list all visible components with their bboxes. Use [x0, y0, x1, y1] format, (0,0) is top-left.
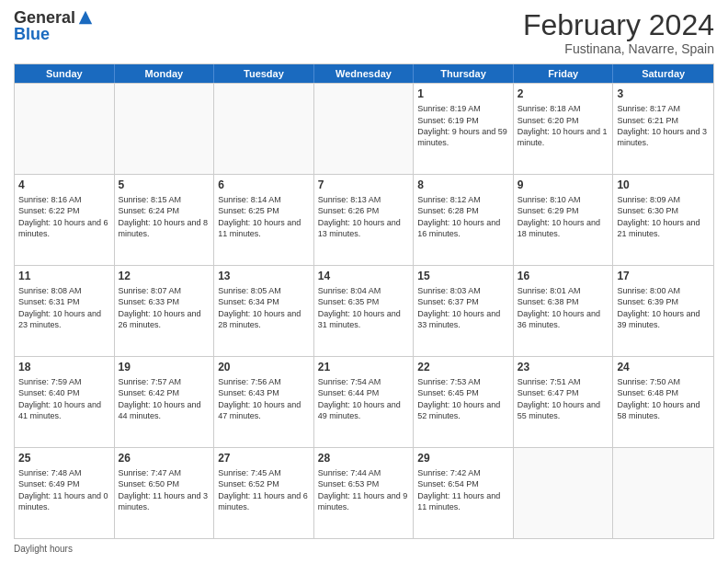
calendar-header-day: Tuesday — [214, 64, 314, 83]
calendar-cell: 12Sunrise: 8:07 AMSunset: 6:33 PMDayligh… — [115, 266, 215, 356]
calendar-cell: 20Sunrise: 7:56 AMSunset: 6:43 PMDayligh… — [214, 357, 314, 447]
day-number: 29 — [417, 451, 509, 465]
day-info: Sunrise: 7:57 AM — [119, 376, 210, 387]
day-info: Daylight: 11 hours and 6 minutes. — [218, 490, 310, 512]
logo-icon — [77, 9, 94, 26]
day-info: Daylight: 10 hours and 49 minutes. — [318, 399, 410, 421]
day-info: Daylight: 10 hours and 41 minutes. — [18, 399, 110, 421]
svg-marker-0 — [79, 11, 92, 24]
day-info: Sunset: 6:20 PM — [518, 115, 609, 126]
day-number: 6 — [218, 178, 310, 192]
day-info: Daylight: 10 hours and 6 minutes. — [18, 217, 110, 239]
day-info: Daylight: 10 hours and 16 minutes. — [417, 217, 509, 239]
day-info: Daylight: 10 hours and 1 minute. — [518, 126, 609, 148]
day-info: Sunset: 6:44 PM — [318, 387, 410, 398]
calendar-header-day: Saturday — [613, 64, 713, 83]
day-info: Daylight: 9 hours and 59 minutes. — [417, 126, 509, 148]
day-info: Daylight: 10 hours and 55 minutes. — [518, 399, 609, 421]
calendar-header-day: Thursday — [414, 64, 514, 83]
day-info: Sunrise: 8:19 AM — [417, 103, 509, 114]
calendar-week-row: 25Sunrise: 7:48 AMSunset: 6:49 PMDayligh… — [15, 447, 713, 538]
day-info: Sunrise: 7:56 AM — [218, 376, 310, 387]
day-info: Sunrise: 7:45 AM — [218, 467, 310, 478]
day-number: 28 — [318, 451, 410, 465]
calendar-cell: 14Sunrise: 8:04 AMSunset: 6:35 PMDayligh… — [314, 266, 415, 356]
day-number: 18 — [18, 360, 110, 374]
day-info: Sunrise: 8:03 AM — [417, 285, 509, 296]
calendar-cell: 5Sunrise: 8:15 AMSunset: 6:24 PMDaylight… — [115, 175, 215, 265]
day-info: Sunset: 6:35 PM — [318, 296, 410, 307]
day-info: Daylight: 11 hours and 9 minutes. — [318, 490, 410, 512]
day-number: 4 — [18, 178, 110, 192]
day-number: 13 — [218, 269, 310, 283]
day-info: Daylight: 10 hours and 47 minutes. — [218, 399, 310, 421]
header: General Blue February 2024 Fustinana, Na… — [14, 9, 714, 56]
day-info: Sunrise: 8:16 AM — [18, 194, 110, 205]
day-info: Sunset: 6:53 PM — [318, 478, 410, 489]
day-info: Daylight: 10 hours and 36 minutes. — [518, 308, 609, 330]
day-info: Daylight: 10 hours and 58 minutes. — [617, 399, 710, 421]
location: Fustinana, Navarre, Spain — [523, 41, 714, 56]
calendar-cell: 16Sunrise: 8:01 AMSunset: 6:38 PMDayligh… — [514, 266, 614, 356]
footer: Daylight hours — [14, 544, 714, 554]
calendar-week-row: 4Sunrise: 8:16 AMSunset: 6:22 PMDaylight… — [15, 174, 713, 265]
calendar-cell: 6Sunrise: 8:14 AMSunset: 6:25 PMDaylight… — [214, 175, 314, 265]
calendar-cell — [314, 84, 415, 174]
day-number: 22 — [417, 360, 509, 374]
calendar-cell: 17Sunrise: 8:00 AMSunset: 6:39 PMDayligh… — [613, 266, 713, 356]
calendar-cell: 3Sunrise: 8:17 AMSunset: 6:21 PMDaylight… — [613, 84, 713, 174]
calendar-cell: 15Sunrise: 8:03 AMSunset: 6:37 PMDayligh… — [414, 266, 514, 356]
day-info: Daylight: 10 hours and 52 minutes. — [417, 399, 509, 421]
day-info: Sunset: 6:24 PM — [119, 205, 210, 216]
day-number: 14 — [318, 269, 410, 283]
calendar-cell: 8Sunrise: 8:12 AMSunset: 6:28 PMDaylight… — [414, 175, 514, 265]
day-info: Daylight: 10 hours and 13 minutes. — [318, 217, 410, 239]
day-info: Sunset: 6:40 PM — [18, 387, 110, 398]
day-info: Sunrise: 7:59 AM — [18, 376, 110, 387]
day-info: Sunset: 6:42 PM — [119, 387, 210, 398]
day-number: 16 — [518, 269, 609, 283]
day-info: Sunrise: 7:48 AM — [18, 467, 110, 478]
day-info: Daylight: 10 hours and 8 minutes. — [119, 217, 210, 239]
calendar-cell: 19Sunrise: 7:57 AMSunset: 6:42 PMDayligh… — [115, 357, 215, 447]
calendar-cell: 21Sunrise: 7:54 AMSunset: 6:44 PMDayligh… — [314, 357, 415, 447]
day-info: Sunrise: 8:00 AM — [617, 285, 710, 296]
calendar-cell: 26Sunrise: 7:47 AMSunset: 6:50 PMDayligh… — [115, 448, 215, 538]
day-number: 26 — [119, 451, 210, 465]
calendar-cell: 22Sunrise: 7:53 AMSunset: 6:45 PMDayligh… — [414, 357, 514, 447]
day-info: Sunrise: 8:13 AM — [318, 194, 410, 205]
day-info: Sunrise: 7:51 AM — [518, 376, 609, 387]
day-number: 12 — [119, 269, 210, 283]
calendar-cell: 2Sunrise: 8:18 AMSunset: 6:20 PMDaylight… — [514, 84, 614, 174]
day-number: 2 — [518, 86, 609, 101]
day-info: Sunrise: 7:53 AM — [417, 376, 509, 387]
day-number: 27 — [218, 451, 310, 465]
day-number: 24 — [617, 360, 710, 374]
day-info: Sunrise: 8:15 AM — [119, 194, 210, 205]
day-info: Sunrise: 8:09 AM — [617, 194, 710, 205]
calendar-cell: 27Sunrise: 7:45 AMSunset: 6:52 PMDayligh… — [214, 448, 314, 538]
calendar-cell: 18Sunrise: 7:59 AMSunset: 6:40 PMDayligh… — [15, 357, 115, 447]
day-info: Sunset: 6:21 PM — [617, 115, 710, 126]
logo-blue-text: Blue — [14, 26, 94, 42]
day-info: Sunset: 6:29 PM — [518, 205, 609, 216]
calendar-cell — [214, 84, 314, 174]
day-info: Sunset: 6:30 PM — [617, 205, 710, 216]
title-block: February 2024 Fustinana, Navarre, Spain — [523, 9, 714, 56]
calendar-header-day: Friday — [514, 64, 614, 83]
day-info: Daylight: 10 hours and 3 minutes. — [617, 126, 710, 148]
calendar-cell — [613, 448, 713, 538]
calendar-cell: 7Sunrise: 8:13 AMSunset: 6:26 PMDaylight… — [314, 175, 415, 265]
calendar-cell: 1Sunrise: 8:19 AMSunset: 6:19 PMDaylight… — [414, 84, 514, 174]
day-info: Daylight: 11 hours and 11 minutes. — [417, 490, 509, 512]
day-info: Sunset: 6:50 PM — [119, 478, 210, 489]
day-number: 1 — [417, 86, 509, 101]
day-info: Daylight: 10 hours and 33 minutes. — [417, 308, 509, 330]
day-number: 9 — [518, 178, 609, 192]
page: General Blue February 2024 Fustinana, Na… — [0, 0, 728, 563]
day-info: Sunrise: 8:05 AM — [218, 285, 310, 296]
day-info: Sunset: 6:39 PM — [617, 296, 710, 307]
day-info: Sunrise: 7:54 AM — [318, 376, 410, 387]
day-number: 23 — [518, 360, 609, 374]
day-info: Sunrise: 7:42 AM — [417, 467, 509, 478]
